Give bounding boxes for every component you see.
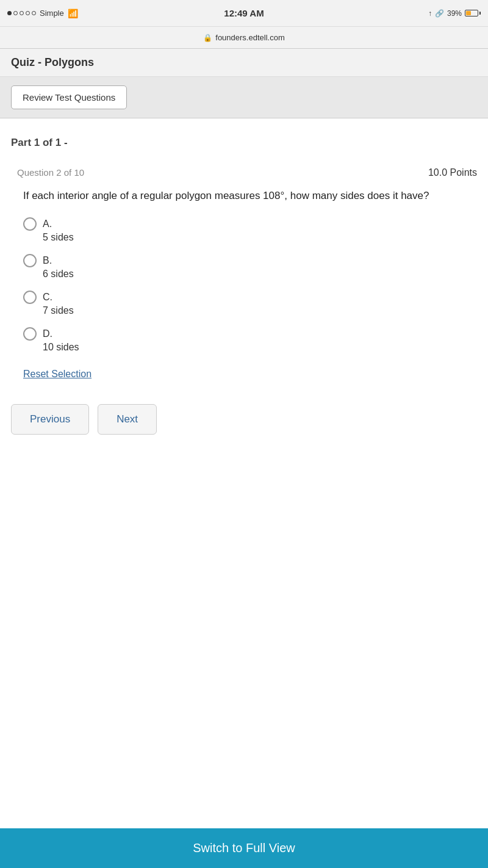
- answer-option-b[interactable]: B. 6 sides: [23, 254, 477, 280]
- carrier-name: Simple: [40, 9, 64, 18]
- answer-options: A. 5 sides B. 6 sides C. 7 sides: [23, 217, 477, 353]
- next-button[interactable]: Next: [98, 404, 157, 435]
- signal-dot-1: [7, 11, 12, 15]
- reset-selection-link[interactable]: Reset Selection: [23, 369, 92, 380]
- option-letter-d: D.: [43, 328, 52, 339]
- question-card: Question 2 of 10 10.0 Points If each int…: [17, 167, 477, 380]
- question-text: If each interior angle of a regular poly…: [23, 188, 477, 204]
- full-view-text: Switch to Full View: [193, 841, 295, 855]
- question-header: Question 2 of 10 10.0 Points: [17, 167, 477, 178]
- page-header: Quiz - Polygons: [0, 49, 488, 77]
- page-title: Quiz - Polygons: [11, 56, 94, 68]
- radio-row-a[interactable]: A.: [23, 217, 477, 231]
- answer-option-d[interactable]: D. 10 sides: [23, 327, 477, 353]
- option-letter-a: A.: [43, 219, 52, 230]
- signal-dot-4: [26, 11, 30, 15]
- main-content: Part 1 of 1 - Question 2 of 10 10.0 Poin…: [0, 118, 488, 380]
- radio-row-c[interactable]: C.: [23, 291, 477, 304]
- url-bar-content: 🔒 founders.edtell.com: [203, 33, 284, 42]
- radio-row-b[interactable]: B.: [23, 254, 477, 267]
- option-text-b: 6 sides: [43, 269, 477, 280]
- battery-percent: 39%: [447, 9, 462, 18]
- option-text-a: 5 sides: [43, 232, 477, 243]
- signal-dot-3: [20, 11, 24, 15]
- signal-dots: [7, 11, 36, 15]
- battery-body: [465, 10, 478, 16]
- radio-a[interactable]: [23, 217, 37, 231]
- option-letter-b: B.: [43, 255, 52, 266]
- lock-icon: 🔒: [203, 34, 212, 42]
- battery-fill: [466, 11, 471, 15]
- battery-tip: [479, 12, 481, 15]
- status-left: Simple 📶: [7, 9, 78, 18]
- url-text: founders.edtell.com: [215, 33, 284, 42]
- review-bar: Review Test Questions: [0, 77, 488, 118]
- previous-button[interactable]: Previous: [11, 404, 89, 435]
- part-label: Part 1 of 1 -: [11, 137, 477, 149]
- url-bar: 🔒 founders.edtell.com: [0, 27, 488, 49]
- signal-dot-2: [13, 11, 18, 15]
- radio-row-d[interactable]: D.: [23, 327, 477, 341]
- radio-d[interactable]: [23, 327, 37, 341]
- location-icon: ↑: [428, 9, 432, 18]
- bluetooth-icon: 🔗: [435, 9, 444, 18]
- battery-icon: [465, 10, 481, 16]
- radio-b[interactable]: [23, 254, 37, 267]
- navigation-buttons: Previous Next: [0, 380, 488, 447]
- status-bar: Simple 📶 12:49 AM ↑ 🔗 39%: [0, 0, 488, 27]
- question-points: 10.0 Points: [428, 167, 477, 178]
- wifi-icon: 📶: [68, 9, 78, 18]
- radio-c[interactable]: [23, 291, 37, 304]
- option-text-d: 10 sides: [43, 342, 477, 353]
- option-text-c: 7 sides: [43, 305, 477, 316]
- answer-option-c[interactable]: C. 7 sides: [23, 291, 477, 316]
- answer-option-a[interactable]: A. 5 sides: [23, 217, 477, 243]
- full-view-bar[interactable]: Switch to Full View: [0, 828, 488, 868]
- question-number: Question 2 of 10: [17, 167, 84, 178]
- option-letter-c: C.: [43, 292, 52, 303]
- spacer: [0, 447, 488, 618]
- status-right: ↑ 🔗 39%: [428, 9, 481, 18]
- signal-dot-5: [32, 11, 36, 15]
- status-time: 12:49 AM: [224, 8, 264, 18]
- review-test-questions-button[interactable]: Review Test Questions: [11, 85, 127, 109]
